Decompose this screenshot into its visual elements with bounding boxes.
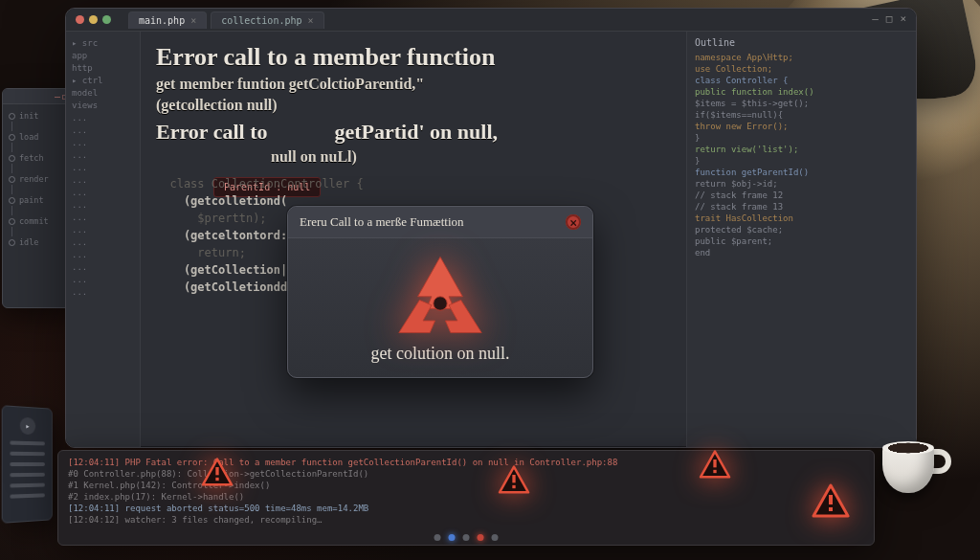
dialog-footer: get colution on null.: [288, 344, 592, 377]
outline-line: // stack frame 13: [695, 201, 908, 213]
console-line: #0 Controller.php(88): Collection->getCo…: [68, 468, 864, 480]
error-dialog[interactable]: Ereru Call to a merße Fumættion ⨯ get co…: [287, 206, 593, 378]
tab-main[interactable]: main.php×: [128, 11, 207, 29]
explorer-item[interactable]: ▸ ctrl: [72, 75, 134, 87]
side-node: render: [19, 173, 49, 185]
error-line: Error call togetPartid' on null,: [156, 120, 671, 145]
svg-rect-5: [713, 459, 716, 467]
side-node: init: [19, 110, 38, 122]
outline-line: protected $cache;: [695, 224, 908, 235]
outline-line: end: [695, 247, 908, 258]
outline-line: }: [695, 132, 908, 144]
explorer-item[interactable]: ...: [72, 249, 134, 261]
console-panel[interactable]: [12:04:11] PHP Fatal error: Call to a me…: [57, 450, 875, 546]
explorer-item[interactable]: ...: [72, 199, 134, 212]
svg-rect-4: [512, 485, 515, 488]
traffic-lights[interactable]: [76, 15, 111, 24]
outline-line: function getParentId(): [695, 167, 908, 178]
editor-tabs[interactable]: main.php× collection.php×: [128, 11, 324, 29]
stop-icon: ⨯: [566, 214, 581, 230]
console-line: [12:04:12] watcher: 3 files changed, rec…: [68, 514, 864, 526]
explorer-item[interactable]: ...: [72, 162, 134, 174]
tab-secondary[interactable]: collection.php×: [211, 11, 323, 29]
warning-triangle-icon: [201, 458, 234, 486]
minimize-icon[interactable]: –: [872, 12, 879, 25]
svg-rect-8: [829, 507, 833, 511]
dialog-body: [288, 238, 592, 344]
explorer-item[interactable]: ...: [72, 112, 134, 124]
explorer-item[interactable]: model: [72, 87, 134, 100]
outline-line: class Controller {: [695, 75, 908, 86]
tab-close-icon[interactable]: ×: [190, 15, 196, 26]
svg-rect-1: [215, 467, 218, 475]
status-dots: [434, 534, 499, 541]
coffee-cup: [882, 432, 951, 493]
explorer-item[interactable]: ...: [72, 261, 134, 274]
outline-line: // stack frame 12: [695, 190, 908, 201]
outline-line: }: [695, 155, 908, 167]
error-line: null on nuLl): [271, 148, 671, 166]
explorer-item[interactable]: ...: [72, 286, 134, 299]
warning-triangle-icon: [812, 483, 850, 518]
explorer-item[interactable]: ...: [72, 137, 134, 149]
console-line: [12:04:11] request aborted status=500 ti…: [68, 503, 864, 514]
outline-pane[interactable]: Outline namespace App\Http; use Collecti…: [686, 32, 916, 447]
outline-line: public $parent;: [695, 235, 908, 247]
outline-header: Outline: [695, 37, 908, 48]
explorer-item[interactable]: ▸ src: [72, 37, 134, 50]
side-node: paint: [19, 194, 44, 206]
svg-rect-3: [512, 475, 515, 482]
console-line: #2 index.php(17): Kernel->handle(): [68, 491, 864, 503]
explorer-item[interactable]: views: [72, 100, 134, 112]
window-controls[interactable]: – □ ×: [872, 12, 906, 25]
dialog-titlebar[interactable]: Ereru Call to a merße Fumættion ⨯: [288, 207, 592, 238]
console-line: #1 Kernel.php(142): Controller->index(): [68, 480, 864, 491]
error-subheading: (getcollection null): [156, 97, 671, 114]
close-dot-icon[interactable]: [76, 15, 84, 24]
min-dot-icon[interactable]: [89, 15, 98, 24]
side-node: load: [19, 131, 38, 143]
maximize-icon[interactable]: □: [886, 12, 893, 25]
error-logo-icon: [388, 252, 493, 338]
explorer-item[interactable]: ...: [72, 149, 134, 162]
explorer-item[interactable]: ...: [72, 274, 134, 286]
explorer-item[interactable]: app: [72, 50, 134, 62]
error-heading: Error call to a member function: [156, 43, 671, 72]
explorer-item[interactable]: ...: [72, 236, 134, 249]
outline-line: public function index(): [695, 86, 908, 98]
side-node: idle: [19, 236, 38, 248]
explorer-item[interactable]: ...: [72, 174, 134, 187]
explorer-item[interactable]: ...: [72, 212, 134, 224]
outline-line: trait HasCollection: [695, 213, 908, 224]
outline-line: return $obj->id;: [695, 178, 908, 190]
warning-triangle-icon: [498, 465, 530, 494]
svg-rect-7: [829, 495, 833, 504]
dialog-title: Ereru Call to a merße Fumættion: [300, 214, 464, 230]
console-line: [12:04:11] PHP Fatal error: Call to a me…: [68, 457, 864, 468]
explorer-item[interactable]: ...: [72, 124, 134, 137]
editor-titlebar[interactable]: main.php× collection.php× – □ ×: [66, 9, 916, 32]
outline-line: return view('list');: [695, 144, 908, 155]
svg-rect-6: [713, 470, 716, 473]
outline-line: throw new Error();: [695, 121, 908, 132]
close-icon[interactable]: ×: [900, 12, 906, 25]
play-icon[interactable]: ▸: [20, 417, 35, 436]
warning-triangle-icon: [699, 450, 731, 479]
error-subheading: get member funtion getColctioParentid,": [156, 76, 671, 93]
outline-line: use Collection;: [695, 63, 908, 75]
outline-line: if($items==null){: [695, 109, 908, 121]
outline-line: $items = $this->get();: [695, 98, 908, 109]
svg-point-0: [434, 297, 447, 310]
side-node: fetch: [19, 152, 44, 164]
side-node: commit: [19, 215, 49, 227]
perspective-card: ▸: [2, 405, 53, 524]
outline-line: namespace App\Http;: [695, 52, 908, 63]
file-explorer[interactable]: ▸ src app http ▸ ctrl model views ... ..…: [66, 32, 141, 447]
svg-rect-2: [215, 478, 218, 481]
explorer-item[interactable]: ...: [72, 187, 134, 199]
tab-close-icon[interactable]: ×: [308, 15, 314, 26]
explorer-item[interactable]: http: [72, 62, 134, 75]
max-dot-icon[interactable]: [102, 15, 111, 24]
explorer-item[interactable]: ...: [72, 224, 134, 236]
